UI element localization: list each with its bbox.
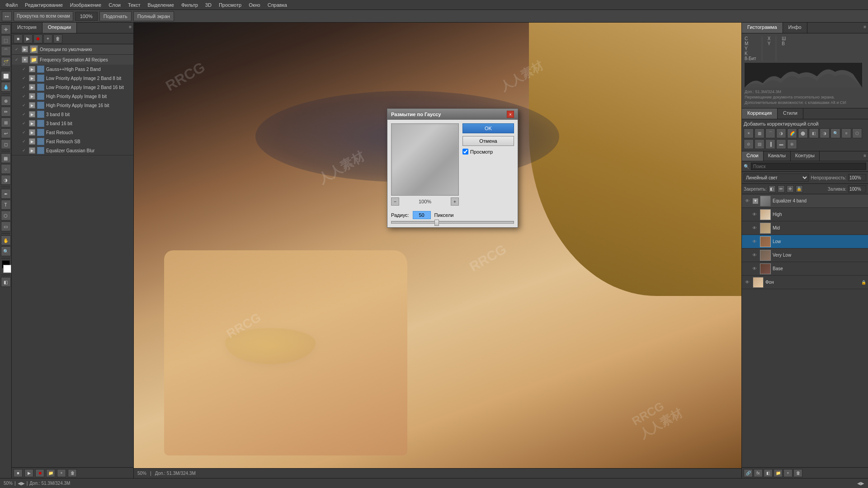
heal-tool[interactable]: ⊕ (1, 96, 11, 106)
eye-btn-low[interactable]: 👁 (751, 238, 758, 245)
new-layer-btn[interactable]: + (783, 469, 793, 477)
action-item-2[interactable]: ✓ ▶ Low Priority Apply Image 2 Band 16 b… (12, 83, 133, 92)
history-brush[interactable]: ↩ (1, 128, 11, 138)
radius-input[interactable] (413, 211, 431, 219)
action-group-freq-header[interactable]: ✓ ▼ 📁 Frequency Seperation All Recipes (12, 55, 133, 65)
menu-layers[interactable]: Слои (105, 1, 124, 9)
layer-low[interactable]: 👁 Low (742, 235, 868, 249)
tab-layers[interactable]: Слои (742, 151, 764, 161)
levels-icon[interactable]: ▦ (755, 128, 764, 138)
action-item-6[interactable]: ✓ ▶ 3 band 16 bit (12, 119, 133, 128)
tab-styles[interactable]: Стили (778, 108, 803, 119)
photo-filter-icon[interactable]: 🔍 (830, 128, 840, 138)
tab-channels[interactable]: Каналы (764, 151, 791, 161)
menu-help[interactable]: Справка (264, 1, 291, 9)
fullscreen-btn[interactable]: Полный экран (133, 11, 174, 21)
opacity-input[interactable] (848, 174, 866, 181)
action-item-8[interactable]: ✓ ▶ Fast Retouch SB (12, 137, 133, 146)
action-item-1[interactable]: ✓ ▶ Low Priority Apply Image 2 Band 8 bi… (12, 74, 133, 83)
dodge-tool[interactable]: ◑ (1, 175, 11, 185)
new-action-btn[interactable]: + (43, 34, 52, 43)
layer-mid[interactable]: 👁 Mid (742, 221, 868, 235)
new-action-bottom-btn[interactable]: + (57, 469, 66, 477)
menu-text[interactable]: Текст (124, 1, 144, 9)
tab-historia[interactable]: История (12, 23, 42, 33)
eraser-tool[interactable]: ◻ (1, 139, 11, 149)
hue-sat-icon[interactable]: ⬤ (798, 128, 808, 138)
path-tool[interactable]: ⬡ (1, 211, 11, 221)
brush-tool[interactable]: ✏ (1, 107, 11, 117)
selective-color-icon[interactable]: ⊕ (787, 139, 797, 149)
eye-btn-group[interactable]: 👁 (744, 197, 751, 205)
new-set-btn[interactable]: 📁 (46, 469, 55, 477)
group-expand-icon[interactable]: ▼ (753, 198, 758, 204)
slider-thumb[interactable] (434, 220, 439, 226)
invert-icon[interactable]: ⊘ (744, 139, 754, 149)
pen-tool[interactable]: ✒ (1, 189, 11, 199)
delete-bottom-btn[interactable]: 🗑 (68, 469, 77, 477)
color-balance-icon[interactable]: ◧ (809, 128, 819, 138)
eyedropper-tool[interactable]: 💧 (1, 82, 11, 92)
action-group-default-header[interactable]: ✓ ▶ 📁 Операции по умолчанию (12, 44, 133, 54)
action-item-3[interactable]: ✓ ▶ High Priority Apply Image 8 bit (12, 92, 133, 101)
dialog-ok-btn[interactable]: OK (462, 123, 514, 133)
bright-contrast-icon[interactable]: ☀ (744, 128, 754, 138)
layers-search-input[interactable] (751, 163, 866, 170)
tab-paths[interactable]: Контуры (791, 151, 820, 161)
scroll-all-btn[interactable]: Прокрутка по всем окнам (14, 11, 73, 21)
zoom-out-preview-btn[interactable]: − (391, 197, 399, 206)
blend-mode-select[interactable]: Линейный свет (744, 174, 809, 182)
play-btn[interactable]: ▶ (24, 34, 33, 43)
eye-btn-bg[interactable]: 👁 (744, 279, 751, 286)
layer-background[interactable]: 👁 Фон 🔒 (742, 276, 868, 289)
wand-tool[interactable]: 🪄 (1, 57, 11, 67)
new-group-btn[interactable]: 📁 (774, 469, 783, 477)
record-action-btn[interactable]: ⏺ (35, 469, 44, 477)
panel-menu-btn[interactable]: ≡ (127, 23, 133, 33)
fit-btn[interactable]: Подогнать (99, 11, 132, 21)
blur-tool[interactable]: ○ (1, 164, 11, 174)
menu-3d[interactable]: 3D (202, 1, 215, 9)
fill-input[interactable] (848, 185, 866, 192)
move-tool[interactable]: ✛ (1, 24, 11, 34)
tab-corrections[interactable]: Коррекция (742, 108, 778, 119)
vibrance-icon[interactable]: 🌈 (787, 128, 797, 138)
dialog-close-btn[interactable]: × (507, 111, 514, 118)
delete-layer-btn[interactable]: 🗑 (793, 469, 802, 477)
add-mask-btn[interactable]: ◧ (764, 469, 773, 477)
lock-all-btn[interactable]: 🔒 (796, 185, 803, 192)
status-nav-left[interactable]: ◀ (857, 481, 861, 486)
crop-tool[interactable]: ⬜ (1, 71, 11, 81)
record-btn[interactable]: ⏺ (33, 34, 42, 43)
zoom-in-preview-btn[interactable]: + (451, 197, 459, 206)
radius-slider[interactable] (391, 221, 514, 224)
dialog-preview-checkbox-label[interactable]: Просмотр (462, 149, 514, 155)
stop-action-btn[interactable]: ■ (14, 469, 23, 477)
delete-action-btn[interactable]: 🗑 (53, 34, 62, 43)
zoom-input[interactable] (75, 12, 98, 21)
lock-pixels-btn[interactable]: ✏ (778, 185, 785, 192)
layer-very-low[interactable]: 👁 Very Low (742, 249, 868, 262)
tab-histogram[interactable]: Гистограмма (742, 23, 783, 33)
action-item-5[interactable]: ✓ ▶ 3 band 8 bit (12, 110, 133, 119)
play-action-btn[interactable]: ▶ (24, 469, 33, 477)
menu-select[interactable]: Выделение (144, 1, 178, 9)
action-item-4[interactable]: ✓ ▶ High Priority Apply Image 16 bit (12, 101, 133, 110)
tab-info[interactable]: Инфо (783, 23, 807, 33)
select-tool[interactable]: ⬚ (1, 35, 11, 45)
curves-icon[interactable]: ⌒ (765, 128, 775, 138)
status-nav-right[interactable]: ▶ (861, 481, 864, 486)
gradient-map-icon[interactable]: ▬ (776, 139, 786, 149)
action-item-9[interactable]: ✓ ▶ Equalizer Gaussian Blur (12, 146, 133, 155)
menu-image[interactable]: Изображение (66, 1, 105, 9)
menu-window[interactable]: Окно (245, 1, 264, 9)
eye-btn-high[interactable]: 👁 (751, 211, 758, 218)
menu-filter[interactable]: Фильтр (178, 1, 202, 9)
channel-mixer-icon[interactable]: ≡ (841, 128, 851, 138)
exposure-icon[interactable]: ◑ (776, 128, 786, 138)
shape-tool[interactable]: ▭ (1, 221, 11, 231)
menu-file[interactable]: Файл (2, 1, 21, 9)
clone-tool[interactable]: ⊞ (1, 117, 11, 127)
dialog-preview[interactable] (391, 123, 459, 196)
layer-equalizer-group[interactable]: 👁 ▼ Equalizer 4 band (742, 194, 868, 208)
